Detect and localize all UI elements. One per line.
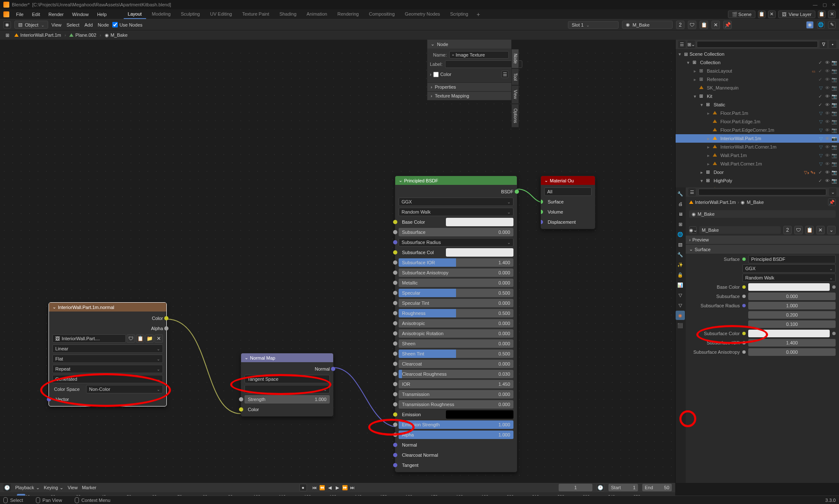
menu-help[interactable]: Help (93, 12, 111, 17)
jump-start-btn[interactable]: ⏮ (311, 484, 318, 491)
props-type-btn[interactable]: ☰ (688, 188, 696, 196)
input-socket[interactable] (393, 220, 397, 224)
filter-btn[interactable]: ∇ (820, 41, 827, 48)
bsdf-sheen[interactable]: Sheen0.000 (395, 339, 517, 349)
outliner-item[interactable]: InteriorWall.Part.1m.hp▽👁📷 (676, 185, 839, 187)
props-search[interactable] (698, 189, 826, 195)
visibility-toggle[interactable]: 📷 (831, 119, 837, 125)
surface-shader-select[interactable]: Principled BSDF (748, 255, 836, 263)
image-name-field[interactable]: 🖼InteriorWall.Part.... (52, 334, 126, 343)
modifier-icon[interactable]: ▽ (819, 161, 823, 167)
visibility-toggle[interactable]: 👁 (824, 111, 830, 116)
input-socket[interactable] (393, 301, 397, 305)
shader-type-world-btn[interactable]: 🌐 (817, 21, 825, 29)
prop-tab-output[interactable]: 🖨 (676, 199, 685, 209)
workspace-shading[interactable]: Shading (275, 10, 301, 19)
expand-icon[interactable]: ▸ (699, 170, 704, 175)
workspace-rendering[interactable]: Rendering (333, 10, 363, 19)
bsdf-transmission[interactable]: Transmission0.000 (395, 389, 517, 399)
outliner-item[interactable]: ▸InteriorWall.Part.1m▽👁📷 (676, 134, 839, 143)
modifier-icon[interactable]: ▽ (819, 119, 823, 125)
uvmap-select[interactable] (244, 385, 330, 393)
start-frame[interactable]: Start1 (608, 484, 638, 491)
prop-tab-world[interactable]: 🌐 (676, 230, 685, 239)
bsdf-clearcoat-normal[interactable]: Clearcoat Normal (395, 450, 517, 460)
input-socket[interactable] (393, 271, 397, 275)
outliner-item[interactable]: ▸Wall.Part.Corner.1m▽👁📷 (676, 160, 839, 168)
viewlayer-selector[interactable]: 🖼View Layer (778, 11, 815, 18)
display-mode-btn[interactable]: ⊞⌄ (687, 41, 695, 48)
scene-del-btn[interactable]: ✕ (768, 11, 776, 18)
outliner-item[interactable]: ▸⊞BasicLayout₆₅✓👁📷 (676, 67, 839, 75)
workspace-geometry-nodes[interactable]: Geometry Nodes (401, 10, 444, 19)
outliner-item[interactable]: ▸Wall.Part.1m▽👁📷 (676, 151, 839, 160)
workspace-compositing[interactable]: Compositing (365, 10, 399, 19)
visibility-toggle[interactable]: 📷 (831, 102, 837, 108)
surface-panel[interactable]: ⌄Surface (686, 245, 839, 254)
prop-tab-render[interactable]: 🔧 (676, 189, 685, 198)
prop-tab-particle[interactable]: ✨ (676, 260, 685, 269)
visibility-toggle[interactable]: 📷 (831, 85, 837, 91)
mat-users[interactable]: 2 (783, 226, 792, 234)
n-tab-tool[interactable]: Tool (511, 68, 519, 85)
outliner-item[interactable]: ▾⊞Kit✓👁📷 (676, 92, 839, 100)
bc-object[interactable]: InteriorWall.Part.1m (13, 33, 63, 38)
visibility-toggle[interactable]: 📷 (831, 127, 837, 133)
node-menu-select[interactable]: Select (66, 22, 79, 27)
prop-distribution[interactable]: GGX (742, 264, 836, 273)
prop-subsurface-radius[interactable]: 0.100 (689, 320, 836, 329)
normal-map-node[interactable]: ⌄Normal Map Normal Tangent Space Strengt… (241, 353, 334, 417)
input-socket[interactable] (393, 230, 397, 234)
bsdf-roughness[interactable]: Roughness0.500 (395, 308, 517, 318)
visibility-toggle[interactable]: 📷 (831, 178, 837, 184)
workspace-uv-editing[interactable]: UV Editing (206, 10, 236, 19)
prop-tab-texture[interactable]: ⬛ (676, 321, 685, 330)
shader-type-line-btn[interactable]: ✎ (828, 21, 836, 29)
visibility-toggle[interactable]: 👁 (824, 127, 830, 133)
principled-bsdf-node[interactable]: ⌄Principled BSDF BSDF GGX Random Walk Ba… (395, 176, 517, 472)
modifier-icon[interactable]: ▽ (819, 153, 823, 158)
expand-icon[interactable]: ▾ (699, 102, 704, 108)
bsdf-subsurface-col[interactable]: Subsurface Col (395, 247, 517, 257)
prop-tab-data[interactable]: ▽ (676, 290, 685, 300)
mat-fake-user[interactable]: 🛡 (794, 226, 803, 234)
end-frame[interactable]: End50 (642, 484, 672, 491)
menu-edit[interactable]: Edit (28, 12, 44, 17)
scene-add-btn[interactable]: 📋 (758, 11, 766, 18)
mat-nodes-dd[interactable]: ⌄ (827, 226, 836, 234)
input-socket[interactable] (393, 423, 397, 427)
frame-range-btn[interactable]: 🕐 (597, 484, 604, 491)
input-socket[interactable] (393, 453, 397, 457)
visibility-toggle[interactable]: ✓ (817, 178, 823, 184)
material-output-node[interactable]: ⌄Material Ou All Surface Volume Displace… (540, 176, 595, 229)
material-list-item[interactable]: ◉M_Bake (689, 210, 836, 218)
visibility-toggle[interactable]: ✓ (817, 77, 823, 82)
modifier-icon[interactable]: ▽ (819, 127, 823, 133)
bsdf-anisotropic-rotation[interactable]: Anisotropic Rotation0.000 (395, 328, 517, 339)
outliner-item[interactable]: Floor.Part.Edge.1m▽👁📷 (676, 117, 839, 126)
expand-icon[interactable]: ▸ (706, 161, 711, 167)
expand-icon[interactable]: ▾ (699, 178, 704, 184)
node-editor[interactable]: ⌄InteriorWall.Part.1m.normal Color Alpha… (0, 40, 675, 483)
prop-tab-material[interactable]: ◉ (676, 311, 685, 320)
outliner-item[interactable]: ▸InteriorWall.Part.Corner.1m▽👁📷 (676, 143, 839, 151)
normal-out-socket[interactable] (331, 367, 335, 371)
prop-base-color[interactable]: Base Color (689, 282, 836, 292)
extension-select[interactable]: Repeat (52, 365, 163, 373)
color-socket[interactable] (164, 316, 168, 320)
bsdf-subsurface-anisotropy[interactable]: Subsurface Anisotropy0.000 (395, 268, 517, 278)
prop-subsurface-ior[interactable]: Subsurface IOR1.400 (689, 338, 836, 347)
bc-toggle-btn[interactable]: ⊞ (3, 31, 11, 39)
visibility-toggle[interactable]: 📷 (831, 60, 837, 65)
outliner-item[interactable]: ▾⊞Collection✓👁📷 (676, 58, 839, 67)
input-socket[interactable] (393, 240, 397, 244)
fake-user-btn[interactable]: 🛡 (127, 334, 135, 343)
expand-icon[interactable]: ▾ (686, 60, 691, 65)
visibility-toggle[interactable]: ✓ (817, 94, 823, 99)
color-presets-btn[interactable]: ☰ (501, 70, 509, 78)
editor-type-btn[interactable]: ◉ (3, 21, 11, 29)
visibility-toggle[interactable]: 👁 (824, 178, 830, 184)
new-image-btn[interactable]: 📋 (136, 334, 144, 343)
outliner-item[interactable]: SK_Mannequin▽👁📷 (676, 84, 839, 92)
mat-fake-btn[interactable]: 🛡 (688, 21, 696, 29)
